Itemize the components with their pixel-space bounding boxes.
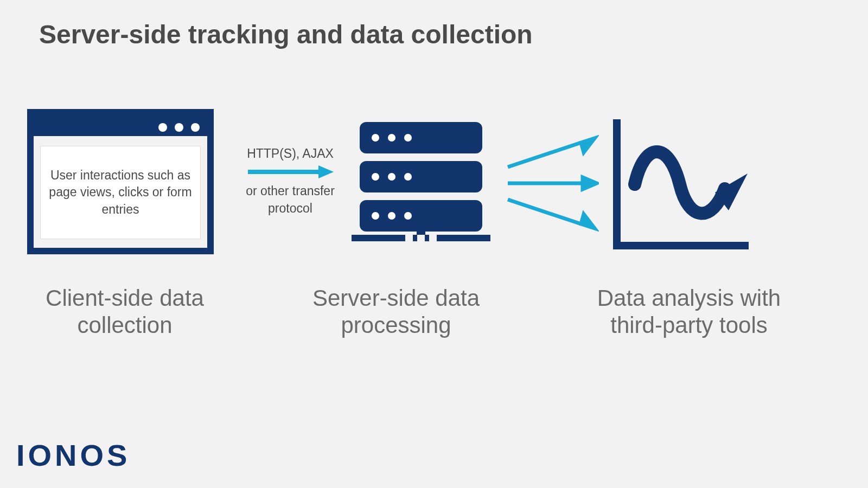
caption-analysis: Data analysis with third-party tools xyxy=(570,285,808,339)
window-controls xyxy=(158,123,200,132)
server-stem xyxy=(417,216,425,235)
analytics-chart-icon xyxy=(607,114,753,249)
server-plate xyxy=(352,235,490,241)
connector-label-top: HTTP(S), AJAX xyxy=(247,146,334,161)
svg-marker-3 xyxy=(581,138,595,152)
server-plate-seg xyxy=(425,235,429,241)
browser-content-text: User interactions such as page views, cl… xyxy=(48,167,193,217)
svg-marker-5 xyxy=(583,177,597,189)
captions-row: Client-side data collection Server-side … xyxy=(0,285,868,339)
svg-rect-9 xyxy=(613,242,749,249)
server-led xyxy=(388,173,395,181)
ionos-logo: IONOS xyxy=(16,438,130,473)
window-dot xyxy=(158,123,167,132)
window-dot xyxy=(175,123,183,132)
server-led xyxy=(372,134,379,142)
browser-window-icon: User interactions such as page views, cl… xyxy=(27,109,214,254)
server-plate-seg xyxy=(352,235,405,241)
server-plate-seg xyxy=(413,235,417,241)
window-dot xyxy=(191,123,200,132)
page-title: Server-side tracking and data collection xyxy=(39,20,533,49)
server-led xyxy=(404,134,412,142)
svg-line-2 xyxy=(508,143,581,167)
server-led xyxy=(388,134,395,142)
fanout-arrows-icon xyxy=(502,121,599,240)
svg-marker-1 xyxy=(318,165,334,178)
server-led xyxy=(404,212,412,220)
connector-client-to-server: HTTP(S), AJAX or other transfer protocol xyxy=(233,146,347,216)
server-plate-seg xyxy=(437,235,490,241)
svg-marker-7 xyxy=(581,214,595,228)
server-led xyxy=(388,212,395,220)
server-stack-icon xyxy=(350,122,492,241)
server-unit xyxy=(360,161,482,192)
server-unit xyxy=(360,122,482,153)
arrow-right-icon xyxy=(247,164,334,179)
browser-titlebar xyxy=(34,115,207,136)
connector-server-to-analysis xyxy=(502,121,599,242)
server-base xyxy=(352,235,490,241)
server-led xyxy=(404,173,412,181)
diagram-row: User interactions such as page views, cl… xyxy=(27,106,841,258)
server-led xyxy=(372,212,379,220)
browser-content: User interactions such as page views, cl… xyxy=(40,146,201,239)
connector-label-bottom: or other transfer protocol xyxy=(233,183,347,216)
caption-server: Server-side data processing xyxy=(277,285,515,339)
svg-line-6 xyxy=(508,200,581,224)
svg-rect-8 xyxy=(613,119,621,249)
server-led xyxy=(372,173,379,181)
diagram-page: Server-side tracking and data collection… xyxy=(0,0,868,488)
caption-client: Client-side data collection xyxy=(16,285,233,339)
